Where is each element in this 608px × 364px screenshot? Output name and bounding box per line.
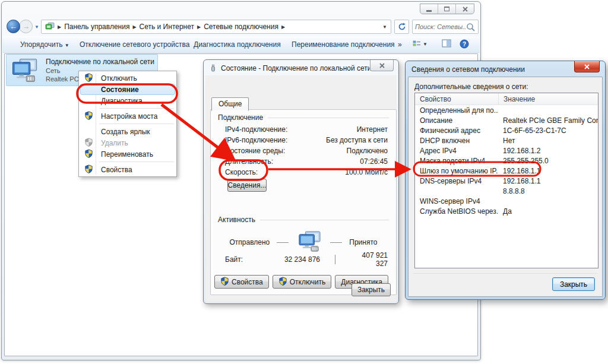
menu-item-0[interactable]: Отключить <box>80 72 175 84</box>
details-property: Определенный для по... <box>415 106 498 115</box>
menu-item-6[interactable]: Создать ярлык <box>80 126 175 137</box>
search-box[interactable] <box>412 20 479 34</box>
status-row-value: 07:26:45 <box>360 157 388 166</box>
breadcrumb-network-internet[interactable]: Сеть и Интернет <box>140 23 194 31</box>
status-button-label: Отключить <box>290 278 326 286</box>
details-row-8[interactable]: 8.8.8.8 <box>415 186 598 196</box>
details-value: 255.255.255.0 <box>498 157 598 165</box>
status-row-value: Без доступа к сети <box>326 136 388 144</box>
bytes-received-value: 407 921 327 <box>350 251 388 268</box>
details-button[interactable]: Сведения... <box>227 179 267 192</box>
details-value: 192.168.1.1 <box>498 177 598 185</box>
status-dialog-title: Состояние - Подключение по локальной сет… <box>221 64 372 72</box>
divider <box>413 273 597 274</box>
tab-general[interactable]: Общие <box>211 97 249 111</box>
status-row-label: Длительность: <box>225 157 273 166</box>
arrow-right-icon: → <box>22 22 30 31</box>
details-close-dialog-button[interactable]: Закрыть <box>552 277 595 291</box>
menu-item-1[interactable]: Состояние <box>80 84 175 95</box>
details-row-3[interactable]: DHCP включенНет <box>415 135 598 145</box>
uac-shield-icon <box>81 138 96 148</box>
status-row-value: Интернет <box>357 125 388 134</box>
forward-button[interactable]: → <box>19 20 33 33</box>
menu-item-label: Настройка моста <box>96 112 157 121</box>
breadcrumb-network-connections[interactable]: Сетевые подключения <box>204 23 278 31</box>
details-row-2[interactable]: Физический адрес1C-6F-65-23-C1-7C <box>415 125 598 135</box>
status-button-0[interactable]: Свойства <box>214 275 269 289</box>
command-bar: Упорядочить ▼ Отключение сетевого устрой… <box>2 36 480 53</box>
status-close-button[interactable] <box>370 60 394 71</box>
disable-device-command[interactable]: Отключение сетевого устройства <box>80 40 189 49</box>
details-row-4[interactable]: Адрес IPv4192.168.1.2 <box>415 145 598 156</box>
menu-separator <box>99 108 174 109</box>
view-mode-button[interactable]: ▼ <box>412 39 428 49</box>
details-dialog-body: Дополнительные сведения о сети: Свойство… <box>408 77 603 297</box>
network-location-icon <box>45 23 55 31</box>
maximize-button[interactable] <box>438 4 456 14</box>
details-close-button[interactable] <box>574 61 600 72</box>
refresh-icon <box>398 23 406 31</box>
close-icon <box>584 64 590 69</box>
status-close-dialog-button[interactable]: Закрыть <box>352 283 391 296</box>
rename-connection-command[interactable]: Переименование подключения <box>292 40 395 49</box>
details-property: Служба NetBIOS через... <box>415 207 498 216</box>
toolbar-overflow-chevron[interactable]: » <box>398 40 402 49</box>
details-row-9[interactable]: WINS-сервер IPv4 <box>415 196 598 206</box>
menu-item-label: Состояние <box>96 86 139 94</box>
preview-pane-icon <box>442 39 451 48</box>
details-row-10[interactable]: Служба NetBIOS через...Да <box>415 206 598 216</box>
crumb-separator-icon: ▶ <box>197 24 201 30</box>
details-row-0[interactable]: Определенный для по... <box>415 105 598 115</box>
menu-item-4[interactable]: Настройка моста <box>80 110 175 122</box>
menu-item-label: Свойства <box>96 166 132 174</box>
status-dialog: Состояние - Подключение по локальной сет… <box>203 59 399 304</box>
menu-separator <box>99 124 174 124</box>
breadcrumb[interactable]: ▶ Панель управления ▶ Сеть и Интернет ▶ … <box>41 20 391 34</box>
uac-shield-icon <box>84 149 93 160</box>
details-row-5[interactable]: Маска подсети IPv4255.255.255.0 <box>415 156 598 166</box>
address-dropdown-caret[interactable]: ▼ <box>382 24 387 30</box>
nav-history-caret[interactable]: ▼ <box>34 24 39 30</box>
details-property: WINS-сервер IPv4 <box>415 197 498 205</box>
help-button[interactable]: ? <box>460 39 469 49</box>
flow-dash <box>277 242 289 243</box>
menu-item-10[interactable]: Свойства <box>80 164 175 175</box>
uac-shield-icon <box>81 149 96 160</box>
details-value: 1C-6F-65-23-C1-7C <box>498 126 598 135</box>
close-button[interactable] <box>456 4 474 14</box>
flow-dash <box>330 242 342 243</box>
details-row-1[interactable]: ОписаниеRealtek PCIe GBE Family Controll… <box>415 115 598 125</box>
uac-shield-icon <box>84 138 93 148</box>
menu-item-7: Удалить <box>80 137 175 148</box>
menu-item-label: Отключить <box>96 74 137 83</box>
activity-group-header: Активность <box>218 216 389 224</box>
details-list[interactable]: Свойство Значение Определенный для по...… <box>414 93 598 268</box>
received-label: Принято <box>349 238 377 246</box>
search-input[interactable] <box>415 23 466 30</box>
status-row-label: Состояние среды: <box>225 147 285 155</box>
details-row-7[interactable]: DNS-серверы IPv4192.168.1.1 <box>415 176 598 186</box>
general-tab-page: Подключение IPv4-подключение:ИнтернетIPv… <box>210 109 397 295</box>
crumb-separator-icon: ▶ <box>281 24 285 30</box>
chevron-down-icon: ▼ <box>423 42 428 47</box>
menu-item-2[interactable]: Диагностика <box>80 95 175 106</box>
preview-pane-button[interactable] <box>442 39 451 48</box>
details-dialog-title: Сведения о сетевом подключении <box>411 65 525 74</box>
diagnose-connection-command[interactable]: Диагностика подключения <box>194 40 281 49</box>
status-button-1[interactable]: Отключить <box>273 275 332 289</box>
details-value: Да <box>498 207 598 216</box>
details-rows: Определенный для по...ОписаниеRealtek PC… <box>415 105 598 216</box>
status-row: IPv4-подключение:Интернет <box>225 124 388 135</box>
organize-menu[interactable]: Упорядочить ▼ <box>20 40 69 49</box>
context-menu: ОтключитьСостояниеДиагностикаНастройка м… <box>78 71 177 177</box>
menu-item-8[interactable]: Переименовать <box>80 148 175 160</box>
status-row-label: IPv6-подключение: <box>225 136 287 144</box>
back-button[interactable]: ← <box>7 20 20 33</box>
details-row-6[interactable]: Шлюз по умолчанию IP...192.168.1.1 <box>415 166 598 176</box>
refresh-button[interactable] <box>394 20 409 34</box>
breadcrumb-control-panel[interactable]: Панель управления <box>64 23 129 31</box>
menu-item-label: Создать ярлык <box>96 128 150 136</box>
minimize-button[interactable] <box>420 4 438 14</box>
connection-title: Подключение по локальной сети <box>46 58 154 66</box>
details-value: 192.168.1.2 <box>498 147 598 155</box>
